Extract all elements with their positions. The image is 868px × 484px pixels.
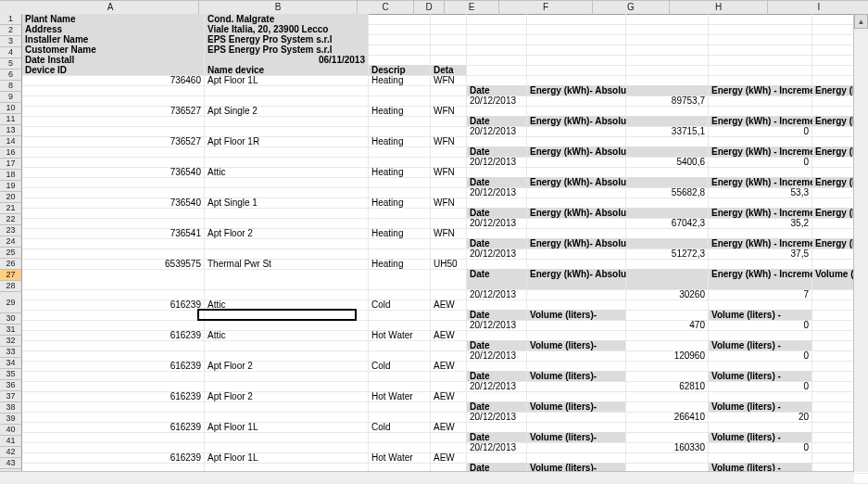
column-header-C[interactable]: C [358,1,414,15]
cell[interactable] [22,269,205,290]
row-header[interactable]: 31 [0,325,22,336]
column-header-A[interactable]: A [22,1,199,15]
row-header[interactable]: 18 [0,170,22,181]
row-header[interactable]: 10 [0,103,22,114]
row-header[interactable]: 17 [0,159,22,170]
row-header[interactable]: 21 [0,203,22,214]
column-header-G[interactable]: G [593,1,670,15]
row-header[interactable]: 2 [0,25,22,36]
column-header-I[interactable]: I [768,1,868,15]
row-header[interactable]: 16 [0,147,22,159]
row-header[interactable]: 22 [0,214,22,225]
row-header[interactable]: 34 [0,358,22,369]
column-header-D[interactable]: D [414,1,445,15]
row-header[interactable]: 29 [0,292,22,313]
column-header-E[interactable]: E [445,1,499,15]
row-header[interactable]: 27 [0,270,22,281]
row-header[interactable]: 13 [0,125,22,136]
row-header[interactable]: 1 [0,14,22,25]
column-header-F[interactable]: F [499,1,593,15]
row-header[interactable]: 26 [0,259,22,270]
row-header[interactable]: 39 [0,414,22,425]
row-header[interactable]: 20 [0,192,22,203]
row-header[interactable]: 24 [0,236,22,248]
row-header[interactable]: 35 [0,369,22,380]
row-header[interactable]: 19 [0,181,22,192]
row-header[interactable]: 23 [0,225,22,236]
select-all-corner[interactable] [0,1,23,15]
row-header[interactable]: 6 [0,70,22,81]
row-header[interactable]: 42 [0,447,22,458]
row-header[interactable]: 9 [0,92,22,103]
row-header[interactable]: 11 [0,114,22,125]
row-header[interactable]: 4 [0,47,22,58]
cell[interactable] [369,269,431,290]
row-header[interactable]: 25 [0,248,22,259]
row-header[interactable]: 43 [0,458,22,469]
cell[interactable] [205,269,369,290]
cell-grid[interactable]: Plant NameCond. MalgrateAddressViale Ita… [22,14,868,483]
row-header[interactable]: 28 [0,281,22,292]
vertical-scrollbar[interactable]: ▲ [853,14,868,472]
row-header[interactable]: 36 [0,380,22,391]
cell[interactable]: Energy (kWh) - Increment Value [709,269,812,290]
row-headers: 1234568910111314161718192021222324252627… [0,14,22,484]
row-header[interactable]: 3 [0,36,22,47]
column-header-H[interactable]: H [670,1,768,15]
cell[interactable] [431,269,467,290]
row-header[interactable]: 8 [0,81,22,92]
row-header[interactable]: 41 [0,436,22,447]
horizontal-scrollbar[interactable] [0,471,854,484]
row-header[interactable]: 14 [0,136,22,147]
row-header[interactable]: 37 [0,391,22,402]
column-header-B[interactable]: B [199,1,358,15]
row-header[interactable]: 30 [0,313,22,325]
cell[interactable]: Date [467,269,527,290]
row-header[interactable]: 40 [0,425,22,436]
cell[interactable] [626,269,709,290]
column-headers: ABCDEFGHI [22,1,868,14]
cell[interactable]: Energy (kWh)- Absolute Value [527,269,626,290]
spreadsheet: ABCDEFGHI 123456891011131416171819202122… [0,0,868,484]
scroll-up-icon[interactable]: ▲ [854,14,868,29]
row-header[interactable]: 5 [0,58,22,70]
row-header[interactable]: 33 [0,347,22,358]
row-header[interactable]: 32 [0,336,22,347]
row-header[interactable]: 38 [0,402,22,414]
